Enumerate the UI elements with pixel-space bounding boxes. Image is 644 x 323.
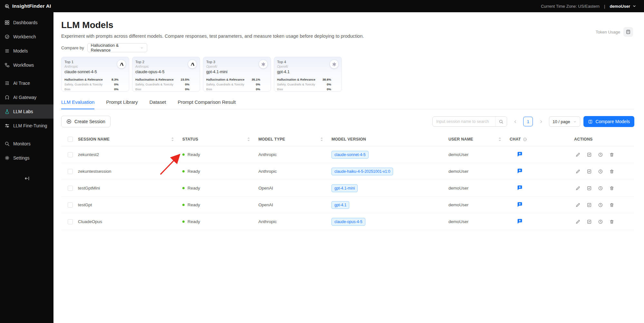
card-model-name: claude-sonnet-4-5	[64, 70, 126, 74]
metric-label: Safety, Guardrails & Toxicity	[135, 82, 173, 87]
metric-label: Bias	[206, 87, 212, 92]
model-version-chip: claude-opus-4-5	[332, 218, 365, 226]
sort-icon[interactable]	[320, 137, 323, 142]
metric-label: Bias	[277, 87, 283, 92]
sidebar-item-ai-trace[interactable]: AI Trace	[0, 76, 53, 90]
sidebar-item-ai-gateway[interactable]: AI Gateway	[0, 90, 53, 104]
chat-icon[interactable]	[517, 168, 523, 174]
page-subtitle: Experiment with prompts across different…	[61, 34, 634, 39]
sort-icon[interactable]	[171, 137, 174, 142]
sidebar-item-monitors[interactable]: Monitors	[0, 137, 53, 151]
chat-icon[interactable]	[517, 151, 523, 157]
sort-icon[interactable]	[247, 137, 250, 142]
report-icon[interactable]	[587, 202, 592, 208]
card-rank: Top 4	[277, 60, 338, 64]
page-size-select[interactable]: 10 / page	[549, 116, 580, 127]
chevron-down-icon	[573, 120, 577, 123]
history-icon[interactable]	[598, 152, 603, 157]
create-session-button[interactable]: Create Session	[61, 116, 111, 127]
delete-icon[interactable]	[609, 202, 614, 208]
row-checkbox[interactable]	[68, 219, 73, 224]
history-icon[interactable]	[598, 169, 603, 174]
tab-llm-evaluation[interactable]: LLM Evaluation	[61, 99, 94, 109]
column-model-type[interactable]: MODEL TYPE	[258, 137, 332, 142]
table-header: SESSION NAME STATUS MODEL TYPE MODEL VER…	[61, 132, 634, 146]
sidebar-item-llm-fine-tuning[interactable]: LLM Fine-Tuning	[0, 119, 53, 133]
row-checkbox[interactable]	[68, 186, 73, 191]
search-input[interactable]	[433, 119, 495, 124]
report-icon[interactable]	[587, 152, 592, 157]
delete-icon[interactable]	[609, 186, 614, 191]
sidebar-item-label: Monitors	[13, 141, 31, 146]
compare-models-label: Compare Models	[595, 119, 630, 124]
chat-icon[interactable]	[517, 218, 523, 224]
sidebar-item-dashboards[interactable]: Dashboards	[0, 15, 53, 30]
pagination-page-1[interactable]: 1	[523, 117, 533, 126]
info-icon[interactable]	[523, 137, 527, 142]
compare-by-select[interactable]: Hallucination & Relevance	[87, 43, 147, 52]
history-icon[interactable]	[598, 219, 603, 224]
column-status[interactable]: STATUS	[182, 137, 258, 142]
history-icon[interactable]	[598, 202, 603, 208]
edit-icon[interactable]	[575, 219, 581, 224]
column-label: STATUS	[182, 137, 198, 142]
row-checkbox[interactable]	[68, 152, 73, 157]
sidebar-item-workflows[interactable]: Workflows	[0, 58, 53, 72]
sidebar-item-models[interactable]: Models	[0, 44, 53, 58]
openai-logo-icon	[330, 60, 338, 68]
compare-models-button[interactable]: Compare Models	[583, 116, 634, 127]
ai-gateway-icon	[5, 95, 10, 100]
tab-prompt-library[interactable]: Prompt Library	[106, 99, 138, 109]
chat-icon[interactable]	[517, 185, 523, 191]
chat-icon[interactable]	[517, 201, 523, 208]
models-icon	[5, 48, 10, 54]
edit-icon[interactable]	[575, 202, 581, 208]
model-type: OpenAI	[258, 186, 332, 191]
sidebar-item-llm-labs[interactable]: LLM Labs	[0, 104, 53, 119]
column-session-name[interactable]: SESSION NAME	[78, 137, 182, 142]
edit-icon[interactable]	[575, 152, 581, 157]
workflows-icon	[5, 63, 10, 68]
row-checkbox[interactable]	[68, 169, 73, 174]
row-checkbox[interactable]	[68, 202, 73, 208]
metric-label: Safety, Guardrails & Toxicity	[64, 82, 102, 87]
edit-icon[interactable]	[575, 186, 581, 191]
delete-icon[interactable]	[609, 169, 614, 174]
metric-value: 8.3%	[111, 77, 119, 82]
sidebar-collapse-button[interactable]	[21, 173, 32, 183]
card-metrics: Hallucination & Relevance23.5% Safety, G…	[135, 77, 197, 92]
delete-icon[interactable]	[609, 219, 614, 224]
tab-dataset[interactable]: Dataset	[149, 99, 166, 109]
token-usage-button[interactable]	[623, 27, 633, 37]
topbar: InsightFinder AI Current Time Zone: US/E…	[0, 0, 644, 12]
brand: InsightFinder AI	[5, 3, 51, 9]
history-icon[interactable]	[598, 186, 603, 191]
select-all-checkbox[interactable]	[68, 137, 73, 142]
report-icon[interactable]	[587, 219, 592, 224]
compare-by-value: Hallucination & Relevance	[91, 43, 137, 53]
status-label: Ready	[187, 202, 200, 207]
metric-value: 0%	[185, 87, 189, 92]
user-menu[interactable]: demoUser	[610, 4, 636, 9]
tab-prompt-comparison-result[interactable]: Prompt Comparison Result	[178, 99, 235, 109]
sort-icon[interactable]	[498, 137, 501, 142]
report-icon[interactable]	[587, 169, 592, 174]
sidebar-item-label: LLM Labs	[13, 109, 33, 114]
sidebar-item-settings[interactable]: Settings	[0, 151, 53, 165]
delete-icon[interactable]	[609, 152, 614, 157]
openai-logo-icon	[259, 60, 267, 68]
model-version-chip: claude-haiku-4-5-20251001-v1:0	[332, 168, 393, 175]
card-provider: Anthropic	[135, 65, 197, 68]
sidebar-item-workbench[interactable]: Workbench	[0, 30, 53, 44]
column-chat: CHAT	[510, 137, 574, 142]
report-icon[interactable]	[587, 186, 592, 191]
edit-icon[interactable]	[575, 169, 581, 174]
pagination-next-button[interactable]	[536, 117, 546, 126]
card-model-name: claude-opus-4-5	[135, 70, 197, 74]
metric-value: 0%	[327, 87, 331, 92]
search-button[interactable]	[495, 117, 507, 126]
column-user-name[interactable]: USER NAME	[448, 137, 510, 142]
pagination-prev-button[interactable]	[510, 117, 520, 126]
model-type: OpenAI	[258, 202, 332, 207]
sidebar-item-label: Workflows	[13, 63, 34, 68]
